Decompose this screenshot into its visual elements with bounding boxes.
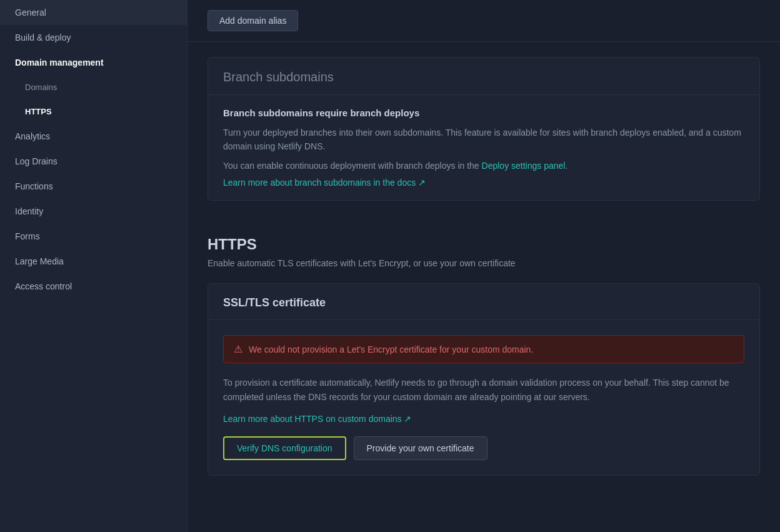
- own-certificate-button[interactable]: Provide your own certificate: [354, 436, 488, 460]
- alert-circle-icon: ⚠: [234, 343, 242, 355]
- verify-dns-button[interactable]: Verify DNS configuration: [223, 436, 346, 460]
- sidebar-item-build-deploy[interactable]: Build & deploy: [0, 25, 187, 50]
- https-subtitle: Enable automatic TLS certificates with L…: [208, 258, 760, 268]
- add-domain-button[interactable]: Add domain alias: [208, 10, 298, 31]
- ssl-button-row: Verify DNS configuration Provide your ow…: [223, 436, 744, 460]
- sidebar-item-large-media[interactable]: Large Media: [0, 249, 187, 274]
- branch-subdomains-p2-suffix: .: [565, 161, 568, 171]
- https-title: HTTPS: [208, 236, 760, 253]
- ssl-card: SSL/TLS certificate ⚠ We could not provi…: [208, 283, 760, 476]
- main-content: Add domain alias Branch subdomains Branc…: [188, 0, 780, 532]
- sidebar-item-identity[interactable]: Identity: [0, 199, 187, 224]
- sidebar-item-log-drains[interactable]: Log Drains: [0, 149, 187, 174]
- top-bar: Add domain alias: [188, 0, 780, 42]
- ssl-title: SSL/TLS certificate: [223, 296, 744, 309]
- sidebar-item-domains[interactable]: Domains: [0, 75, 187, 99]
- sidebar-item-access-control[interactable]: Access control: [0, 274, 187, 299]
- ssl-header: SSL/TLS certificate: [208, 284, 759, 320]
- ssl-error-message: We could not provision a Let's Encrypt c…: [249, 344, 533, 354]
- sidebar-item-analytics[interactable]: Analytics: [0, 124, 187, 149]
- branch-subdomains-p2: You can enable continuous deployment wit…: [223, 159, 744, 173]
- ssl-body-text: To provision a certificate automatically…: [223, 376, 744, 404]
- branch-subdomains-card: Branch subdomains Branch subdomains requ…: [208, 57, 760, 201]
- deploy-settings-link[interactable]: Deploy settings panel: [482, 161, 566, 171]
- sidebar-item-https[interactable]: HTTPS: [0, 99, 187, 124]
- branch-subdomains-p2-prefix: You can enable continuous deployment wit…: [223, 161, 482, 171]
- branch-subdomains-heading: Branch subdomains require branch deploys: [223, 108, 744, 118]
- learn-more-branch-link[interactable]: Learn more about branch subdomains in th…: [223, 178, 426, 188]
- sidebar-item-domain-management[interactable]: Domain management: [0, 50, 187, 75]
- ssl-body: ⚠ We could not provision a Let's Encrypt…: [208, 320, 759, 475]
- branch-subdomains-body: Branch subdomains require branch deploys…: [208, 95, 759, 200]
- https-section: HTTPS Enable automatic TLS certificates …: [188, 216, 780, 268]
- sidebar-item-general[interactable]: General: [0, 0, 187, 25]
- learn-more-https-link[interactable]: Learn more about HTTPS on custom domains…: [223, 414, 411, 424]
- ssl-error-alert: ⚠ We could not provision a Let's Encrypt…: [223, 335, 744, 363]
- branch-subdomains-title: Branch subdomains: [223, 70, 744, 84]
- sidebar-item-forms[interactable]: Forms: [0, 224, 187, 249]
- branch-subdomains-p1: Turn your deployed branches into their o…: [223, 126, 744, 154]
- sidebar: GeneralBuild & deployDomain managementDo…: [0, 0, 188, 532]
- sidebar-item-functions[interactable]: Functions: [0, 174, 187, 199]
- branch-subdomains-header: Branch subdomains: [208, 58, 759, 95]
